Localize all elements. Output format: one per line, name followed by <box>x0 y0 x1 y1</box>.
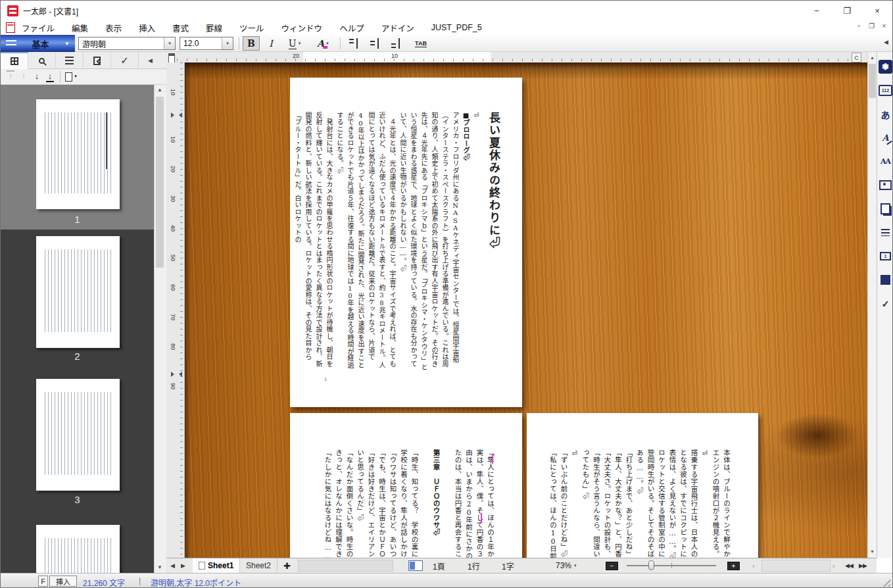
style-menu-button[interactable]: 基本 ▼ <box>1 35 75 52</box>
tab-proof[interactable]: ✓ <box>111 52 139 69</box>
tab-outline[interactable] <box>56 52 84 69</box>
ruler-c-box[interactable]: C <box>852 53 861 62</box>
text-column: 「私にとっては、ほんの10日前の話なの <box>548 449 559 558</box>
font-size-aa-icon[interactable]: AA <box>879 155 892 168</box>
restore-button[interactable]: ❐ <box>832 1 862 20</box>
menu-format[interactable]: 書式 <box>172 22 189 34</box>
sidebar-toolbar: ↑ ↑ ↓ ↓ ▾ <box>1 69 166 85</box>
zoom-in-button[interactable]: + <box>727 562 740 570</box>
last-page-button[interactable]: ▶▶ <box>859 558 867 573</box>
doc-minimize-button[interactable]: − <box>855 22 863 30</box>
sidebar-collapse-arrow[interactable]: ◀ <box>148 57 153 64</box>
chevron-down-icon[interactable]: ▾ <box>326 41 329 46</box>
view-layout-button[interactable] <box>408 560 423 571</box>
scroll-down-arrow[interactable]: ▼ <box>868 547 877 556</box>
tab-page-jump[interactable] <box>84 52 111 69</box>
insert-mode-button[interactable]: 挿入 <box>49 576 77 587</box>
scrollbar-thumb[interactable] <box>156 97 164 268</box>
arrow-up-icon: ↑ <box>9 71 13 81</box>
sheet-bar-spacer <box>298 560 393 572</box>
move-up-button[interactable]: ↑ <box>18 70 30 82</box>
menu-tools[interactable]: ツール <box>239 22 264 34</box>
document-page-1[interactable]: 長い夏休みの終わりに⏎ ⏎ ■プロローグ⏎ アメリカ・フロリダ州にあるNASAケ… <box>290 78 522 407</box>
thumbnail-item-4[interactable] <box>1 520 154 573</box>
hscroll-right-arrow[interactable]: › <box>833 558 835 573</box>
tab-button[interactable]: TAB <box>410 36 432 51</box>
page-display-arrow[interactable]: ▾ <box>72 70 80 82</box>
align-top-button[interactable] <box>345 36 362 51</box>
thumbnail-page-4 <box>36 525 120 573</box>
sheet-tab-2[interactable]: Sheet2 <box>240 558 278 573</box>
tab-marker-icon[interactable] <box>168 53 175 63</box>
menu-file[interactable]: ファイル <box>22 22 55 34</box>
zoom-out-button[interactable]: − <box>606 562 618 570</box>
tab-search[interactable] <box>28 52 56 69</box>
document-page-3[interactable]: 本体は、ブルーのラインで鮮やかに縁取 エンジンの噴射口が２機見える。⏎ ⏎ 搭乗… <box>527 413 758 558</box>
toolbar-collapse-arrow[interactable]: ◀ <box>884 39 888 45</box>
document-canvas[interactable]: 長い夏休みの終わりに⏎ ⏎ ■プロローグ⏎ アメリカ・フロリダ州にあるNASAケ… <box>185 62 867 558</box>
menu-window[interactable]: ウィンドウ <box>281 22 323 34</box>
outline-view-icon[interactable] <box>879 226 892 239</box>
scroll-down-arrow[interactable]: ▼ <box>155 562 165 573</box>
f-mode-button[interactable]: F <box>38 576 48 587</box>
document-page-2[interactable]: 「隼人にとっては、ほんの１年か２年の 実は、隼人、僕、そして円香の３人は 由は、… <box>290 413 522 558</box>
thumbnail-item-2[interactable]: 2 <box>1 231 154 374</box>
first-page-button[interactable]: ◀◀ <box>845 558 853 573</box>
menu-edit[interactable]: 編集 <box>72 22 88 34</box>
pen-style-icon[interactable]: A <box>879 131 892 145</box>
document-vertical-scrollbar[interactable]: ▲ ▼ <box>867 52 877 558</box>
zoom-slider-thumb[interactable] <box>648 560 654 570</box>
comment-note-icon[interactable]: 1 <box>879 249 892 263</box>
doc-close-button[interactable]: × <box>880 22 888 30</box>
close-button[interactable]: × <box>862 1 892 20</box>
zoom-select[interactable]: 73% ▾ <box>556 558 577 573</box>
align-center-button[interactable] <box>366 36 383 51</box>
thumbnail-item-1[interactable]: 1 <box>1 85 154 230</box>
photo-insert-icon[interactable] <box>879 178 892 192</box>
sheet-tab-1[interactable]: Sheet1 <box>193 558 240 573</box>
menu-addin[interactable]: アドイン <box>381 22 414 34</box>
sheet-next-arrow[interactable]: ▶ <box>181 558 185 573</box>
scroll-up-arrow[interactable]: ▲ <box>155 85 165 95</box>
sheet-prev-arrow[interactable]: ◀ <box>170 558 175 573</box>
scrollbar-thumb[interactable] <box>869 64 876 98</box>
combo-arrow-icon[interactable]: ▾ <box>222 37 233 49</box>
hscroll-left-arrow[interactable]: ‹ <box>752 558 755 573</box>
move-first-button[interactable]: ↑ <box>5 70 16 82</box>
copy-documents-icon[interactable] <box>879 202 892 216</box>
sidebar-scrollbar[interactable]: ▲ ▼ <box>154 85 165 573</box>
scroll-up-arrow[interactable]: ▲ <box>868 53 877 62</box>
proof-check-icon[interactable]: ✓ <box>879 297 892 310</box>
combo-arrow-icon[interactable]: ▾ <box>164 37 175 49</box>
menu-just-pdf5[interactable]: JUST_PDF_5 <box>431 23 482 32</box>
add-sheet-button[interactable]: ✚ <box>283 558 291 573</box>
menu-border[interactable]: 罫線 <box>206 22 222 34</box>
move-down-button[interactable]: ↓ <box>31 70 43 82</box>
align-bottom-button[interactable] <box>387 36 404 51</box>
pattern-checker-icon[interactable] <box>879 273 892 287</box>
bold-button[interactable]: B <box>243 36 260 51</box>
menu-help[interactable]: ヘルプ <box>339 22 364 34</box>
justsystems-flower-icon[interactable]: ✽ <box>879 60 892 74</box>
ruler-number: 80 <box>170 343 176 350</box>
kana-input-icon[interactable]: あ <box>879 107 892 121</box>
margin-marker-icon[interactable] <box>171 372 177 377</box>
italic-button[interactable]: I <box>263 36 279 51</box>
font-name-select[interactable]: 游明朝 ▾ <box>78 37 176 50</box>
menu-view[interactable]: 表示 <box>105 22 122 34</box>
resize-grip[interactable] <box>881 577 890 587</box>
document-horizontal-scrollbar[interactable] <box>761 560 831 572</box>
text-column: 「時生がそう言うんなら、間違いないね <box>591 449 602 558</box>
tab-thumbnails[interactable] <box>1 52 28 69</box>
menu-insert[interactable]: 挿入 <box>139 22 155 34</box>
date-calendar-icon[interactable]: 112 <box>879 84 892 97</box>
margin-marker-icon[interactable] <box>171 112 177 118</box>
doc-restore-button[interactable]: ❐ <box>867 22 876 30</box>
font-size-select[interactable]: 12.0 ▾ <box>180 37 233 50</box>
chevron-down-icon[interactable]: ▾ <box>299 41 301 46</box>
minimize-button[interactable]: − <box>802 1 832 20</box>
font-color-button[interactable]: A ▾ <box>310 36 336 51</box>
move-last-button[interactable]: ↓ <box>44 70 56 82</box>
thumbnail-item-3[interactable]: 3 <box>1 376 154 519</box>
underline-button[interactable]: U ▾ <box>282 36 307 51</box>
